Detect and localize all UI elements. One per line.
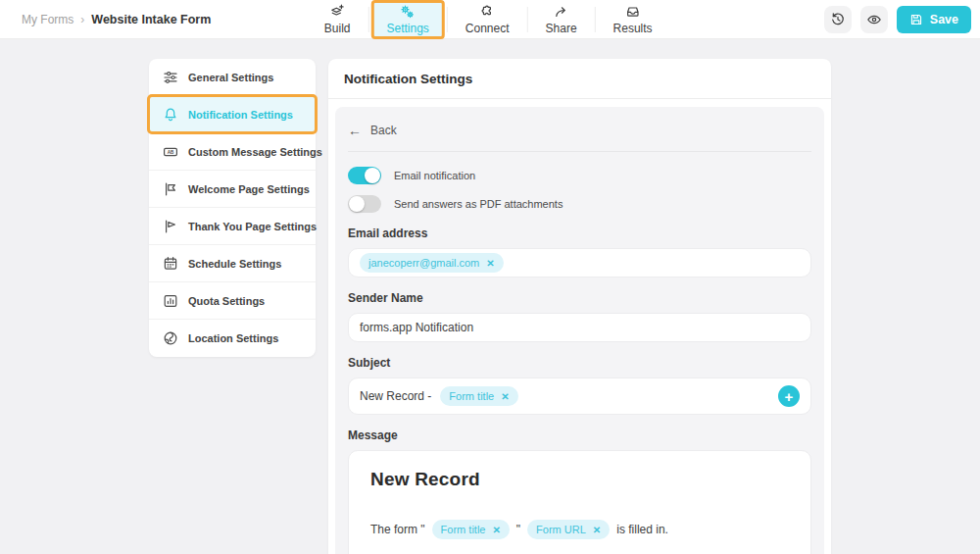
message-text-after: is filled in. <box>616 523 668 536</box>
toggle-knob <box>349 196 365 212</box>
tab-label: Share <box>546 22 577 35</box>
inbox-icon <box>625 5 641 20</box>
history-button[interactable] <box>824 6 852 33</box>
sidebar-item-label: Location Settings <box>188 332 278 344</box>
sidebar-item-thank-you-page-settings[interactable]: Thank You Page Settings <box>149 208 316 245</box>
topbar-actions: Save <box>824 6 980 33</box>
eye-icon <box>866 12 882 27</box>
email-tag: janecoperr@gmail.com ✕ <box>360 253 504 273</box>
share-arrow-icon <box>554 5 569 20</box>
pdf-attachments-row: Send answers as PDF attachments <box>348 195 811 213</box>
toggle-knob <box>365 168 380 183</box>
sidebar-item-label: Custom Message Settings <box>188 146 322 158</box>
panel-title: Notification Settings <box>344 72 815 86</box>
form-title-tag-value: Form title <box>441 524 486 535</box>
save-label: Save <box>930 13 958 26</box>
email-address-label: Email address <box>348 227 811 240</box>
sidebar-item-label: Quota Settings <box>188 295 265 307</box>
add-field-button[interactable]: + <box>778 385 800 407</box>
subject-text: New Record - <box>360 389 431 403</box>
preview-button[interactable] <box>860 6 888 33</box>
sidebar-item-notification-settings[interactable]: Notification Settings <box>149 96 316 133</box>
svg-text:AB: AB <box>167 150 173 155</box>
sidebar-item-location-settings[interactable]: Location Settings <box>149 320 316 357</box>
divider <box>348 151 811 152</box>
toggle-label: Send answers as PDF attachments <box>394 198 563 210</box>
toggle-label: Email notification <box>394 170 475 181</box>
sidebar-item-custom-message-settings[interactable]: AB Custom Message Settings <box>149 133 316 171</box>
tab-connect[interactable]: Connect <box>452 2 523 37</box>
sidebar-item-quota-settings[interactable]: Quota Settings <box>149 282 316 320</box>
sidebar-item-label: Welcome Page Settings <box>188 183 310 195</box>
pdf-attachments-toggle[interactable] <box>348 195 381 213</box>
message-editor[interactable]: New Record The form " Form title ✕ " For… <box>348 450 811 554</box>
sender-name-label: Sender Name <box>348 291 811 305</box>
bell-icon <box>162 106 178 123</box>
remove-tag-icon[interactable]: ✕ <box>492 525 500 535</box>
message-heading: New Record <box>370 469 789 490</box>
tab-share[interactable]: Share <box>532 2 591 37</box>
sidebar-item-welcome-page-settings[interactable]: Welcome Page Settings <box>149 171 316 208</box>
tab-build[interactable]: Build <box>311 2 365 37</box>
floppy-icon <box>909 13 923 26</box>
message-text-before: The form " <box>370 523 425 536</box>
form-url-tag: Form URL ✕ <box>527 520 610 539</box>
flag-left-icon <box>162 180 178 197</box>
email-notification-toggle[interactable] <box>348 167 381 184</box>
divider <box>328 98 831 99</box>
tab-label: Build <box>324 22 351 35</box>
tab-divider <box>368 7 368 32</box>
form-title-tag: Form title ✕ <box>440 386 517 406</box>
email-notification-row: Email notification <box>348 167 811 184</box>
subject-input[interactable]: New Record - Form title ✕ + <box>348 378 811 415</box>
main-tabs: Build Settings Connect <box>311 0 666 39</box>
breadcrumb-parent[interactable]: My Forms <box>22 13 74 26</box>
calendar-icon <box>162 255 178 272</box>
subject-label: Subject <box>348 356 811 370</box>
sender-name-input[interactable]: forms.app Notification <box>348 313 811 342</box>
tab-settings[interactable]: Settings <box>372 2 442 37</box>
back-button[interactable]: ← Back <box>348 120 811 151</box>
sidebar-item-schedule-settings[interactable]: Schedule Settings <box>149 245 316 282</box>
tab-divider <box>595 7 596 32</box>
sidebar-item-label: Notification Settings <box>188 109 293 121</box>
breadcrumb-current: Website Intake Form <box>91 13 211 26</box>
history-icon <box>830 12 846 27</box>
notification-form: ← Back Email notification Send answers a… <box>335 107 824 554</box>
panel-header: Notification Settings <box>328 59 831 98</box>
tab-label: Results <box>613 22 653 35</box>
save-button[interactable]: Save <box>897 6 971 33</box>
tab-results[interactable]: Results <box>600 2 666 37</box>
email-tag-value: janecoperr@gmail.com <box>368 257 479 269</box>
form-url-tag-value: Form URL <box>536 524 586 535</box>
tab-label: Settings <box>386 22 428 35</box>
layers-plus-icon <box>329 5 345 20</box>
message-line: The form " Form title ✕ " Form URL ✕ is … <box>370 520 789 539</box>
message-text-mid: " <box>516 523 520 536</box>
text-box-icon: AB <box>162 143 178 160</box>
flag-right-icon <box>162 218 178 234</box>
topbar: My Forms › Website Intake Form Build <box>0 0 980 39</box>
sidebar-item-label: Thank You Page Settings <box>188 221 317 232</box>
back-label: Back <box>370 124 397 137</box>
form-title-tag-value: Form title <box>449 390 494 402</box>
message-label: Message <box>348 428 811 442</box>
tab-divider <box>527 7 528 32</box>
remove-tag-icon[interactable]: ✕ <box>501 391 509 402</box>
remove-tag-icon[interactable]: ✕ <box>593 525 601 535</box>
sender-name-value: forms.app Notification <box>360 321 473 334</box>
chart-box-icon <box>162 292 178 309</box>
breadcrumb: My Forms › Website Intake Form <box>0 13 211 26</box>
notification-settings-panel: Notification Settings ← Back Email notif… <box>328 59 831 554</box>
settings-sidebar: General Settings Notification Settings A… <box>149 59 316 357</box>
sidebar-item-general-settings[interactable]: General Settings <box>149 59 316 96</box>
puzzle-icon <box>479 5 495 20</box>
content-area: General Settings Notification Settings A… <box>0 39 980 554</box>
gears-icon <box>400 5 416 20</box>
email-address-input[interactable]: janecoperr@gmail.com ✕ <box>348 248 811 277</box>
back-arrow-icon: ← <box>348 123 362 138</box>
breadcrumb-separator-icon: › <box>80 13 84 26</box>
remove-tag-icon[interactable]: ✕ <box>486 258 494 269</box>
sliders-icon <box>162 69 178 85</box>
tab-label: Connect <box>466 22 510 35</box>
